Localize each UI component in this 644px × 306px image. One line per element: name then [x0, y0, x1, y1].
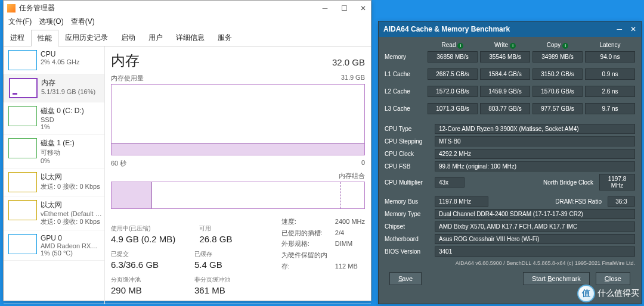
- sidebar-sub: vEthernet (Default …: [41, 210, 102, 217]
- menu-view[interactable]: 查看(V): [71, 17, 95, 27]
- col-read: Read: [442, 42, 456, 48]
- aida-close-button[interactable]: ✕: [630, 25, 636, 33]
- memory-composition-chart[interactable]: [111, 182, 365, 209]
- aida-footer-text: AIDA64 v6.60.5900 / BenchDLL 4.5.865.8-x…: [385, 260, 635, 266]
- info-row: CPU FSB99.8 MHz (original: 100 MHz): [385, 161, 635, 171]
- chart2-label: 内存组合: [339, 171, 365, 180]
- bench-row-l3: L3 Cache1071.3 GB/s803.77 GB/s977.57 GB/…: [385, 103, 635, 114]
- close-button[interactable]: ✕: [359, 4, 367, 13]
- stat-k: 非分页缓冲池: [194, 276, 254, 284]
- sidebar-item-gpu0[interactable]: GPU 0AMD Radeon RX…1% (50 °C): [4, 230, 104, 261]
- stat-k: 分页缓冲池: [111, 276, 171, 284]
- sidebar-item-cpu[interactable]: CPU2% 4.05 GHz: [4, 46, 104, 74]
- kv-k: 为硬件保留的内存:: [281, 249, 335, 271]
- col-copy: Copy: [547, 42, 561, 48]
- info-row: Memory TypeDual Channel DDR4-2400 SDRAM …: [385, 209, 635, 219]
- perf-sidebar: CPU2% 4.05 GHz 内存5.1/31.9 GB (16%) 磁盘 0 …: [4, 46, 105, 304]
- ethernet-thumb: [8, 200, 37, 220]
- bench-row-l2: L2 Cache1572.0 GB/s1459.9 GB/s1570.6 GB/…: [385, 86, 635, 97]
- sidebar-sub: 5.1/31.9 GB (16%): [41, 88, 95, 95]
- sidebar-label: CPU: [41, 50, 79, 58]
- kv-v: DIMM: [335, 240, 352, 247]
- tab-details[interactable]: 详细信息: [169, 29, 211, 46]
- stat-v: 4.9 GB (0.2 MB): [111, 234, 175, 244]
- col-latency: Latency: [599, 42, 620, 48]
- stat-k: 使用中(已压缩): [111, 224, 175, 233]
- menu-options[interactable]: 选项(O): [39, 17, 63, 27]
- aida-close-button[interactable]: Close: [596, 272, 630, 285]
- info-icon[interactable]: i: [457, 43, 463, 49]
- aida-minimize-button[interactable]: ─: [617, 25, 622, 33]
- info-row: CPU Clock4292.2 MHz: [385, 149, 635, 159]
- aida-title-text: AIDA64 Cache & Memory Benchmark: [383, 25, 510, 33]
- kv-k: 外形规格:: [281, 238, 335, 249]
- sidebar-sub2: 1% (50 °C): [41, 249, 97, 257]
- sidebar-item-disk1[interactable]: 磁盘 1 (E:)可移动0%: [4, 135, 104, 168]
- stat-k: 已缓存: [194, 250, 254, 258]
- taskmgr-title-text: 任务管理器: [19, 3, 55, 13]
- tab-services[interactable]: 服务: [211, 29, 239, 46]
- sidebar-label: GPU 0: [41, 234, 97, 242]
- maximize-button[interactable]: ☐: [340, 4, 348, 13]
- chart1-xr: 0: [361, 159, 365, 168]
- taskmgr-titlebar[interactable]: 任务管理器 ─ ☐ ✕: [4, 1, 371, 15]
- stat-v: 361 MB: [194, 285, 254, 295]
- sidebar-sub: SSD: [41, 116, 84, 123]
- sidebar-sub: 发送: 0 接收: 0 Kbps: [41, 182, 100, 191]
- sidebar-label: 以太网: [41, 200, 102, 210]
- ethernet-thumb: [8, 172, 37, 192]
- taskmgr-window: 任务管理器 ─ ☐ ✕ 文件(F) 选项(O) 查看(V) 进程 性能 应用历史…: [3, 0, 371, 301]
- main-title: 内存: [111, 51, 140, 70]
- sidebar-item-memory[interactable]: 内存5.1/31.9 GB (16%): [4, 74, 104, 102]
- minimize-button[interactable]: ─: [321, 4, 329, 13]
- gpu-thumb: [8, 234, 37, 254]
- sidebar-sub2: 发送: 0 接收: 0 Kbps: [41, 217, 102, 226]
- tab-users[interactable]: 用户: [142, 29, 169, 46]
- cpu-thumb: [8, 50, 37, 70]
- sidebar-label: 内存: [41, 78, 95, 88]
- info-row: Memory Bus1197.8 MHzDRAM:FSB Ratio36:3: [385, 196, 635, 207]
- stat-k: 已提交: [111, 250, 171, 258]
- kv-v: 2400 MHz: [335, 218, 365, 225]
- bench-row-memory: Memory36858 MB/s35546 MB/s34989 MB/s94.0…: [385, 51, 635, 63]
- kv-k: 已使用的插槽:: [281, 227, 335, 239]
- sidebar-sub2: 0%: [41, 157, 75, 164]
- info-row: CPU Type12-Core AMD Ryzen 9 3900X (Matis…: [385, 124, 635, 134]
- aida-start-button[interactable]: Start Benchmark: [523, 272, 590, 285]
- chart1-max: 31.9 GB: [341, 74, 365, 83]
- menubar: 文件(F) 选项(O) 查看(V): [4, 15, 371, 28]
- taskmgr-footer: ˄ 简略信息(D) 打开资源监视器: [4, 304, 371, 306]
- info-row: MotherboardAsus ROG Crosshair VIII Hero …: [385, 234, 635, 244]
- sidebar-sub: 2% 4.05 GHz: [41, 58, 79, 65]
- tab-app-history[interactable]: 应用历史记录: [58, 29, 114, 46]
- memory-usage-chart[interactable]: [111, 84, 365, 155]
- stat-k: 可用: [199, 224, 259, 233]
- sidebar-sub: 可移动: [41, 148, 75, 157]
- kv-v: 2/4: [335, 229, 344, 236]
- bench-row-l1: L1 Cache2687.5 GB/s1584.4 GB/s3150.2 GB/…: [385, 68, 635, 80]
- aida-save-button[interactable]: Save: [389, 272, 422, 285]
- info-row: BIOS Version3401: [385, 246, 635, 257]
- tab-processes[interactable]: 进程: [4, 29, 31, 46]
- taskmgr-icon: [7, 4, 16, 13]
- tab-performance[interactable]: 性能: [31, 30, 58, 46]
- aida-titlebar[interactable]: AIDA64 Cache & Memory Benchmark ─ ✕: [379, 21, 641, 37]
- info-icon[interactable]: i: [510, 43, 516, 49]
- sidebar-item-ethernet1[interactable]: 以太网vEthernet (Default …发送: 0 接收: 0 Kbps: [4, 196, 104, 230]
- memory-capacity: 32.0 GB: [332, 57, 365, 67]
- stat-v: 290 MB: [111, 285, 171, 295]
- watermark-text: 什么值得买: [597, 288, 639, 299]
- stat-v: 26.8 GB: [199, 234, 259, 244]
- menu-file[interactable]: 文件(F): [8, 17, 32, 27]
- sidebar-label: 以太网: [41, 172, 100, 182]
- sidebar-sub2: 1%: [41, 123, 84, 130]
- sidebar-item-ethernet0[interactable]: 以太网发送: 0 接收: 0 Kbps: [4, 168, 104, 196]
- kv-v: 112 MB: [335, 263, 358, 270]
- kv-k: 速度:: [281, 216, 335, 227]
- info-icon[interactable]: i: [562, 43, 568, 49]
- disk-thumb: [8, 138, 37, 158]
- sidebar-item-disk0[interactable]: 磁盘 0 (C: D:)SSD1%: [4, 102, 104, 135]
- tab-startup[interactable]: 启动: [114, 29, 142, 46]
- memory-thumb: [9, 78, 38, 98]
- info-row: CPU Multiplier43xNorth Bridge Clock1197.…: [385, 174, 635, 191]
